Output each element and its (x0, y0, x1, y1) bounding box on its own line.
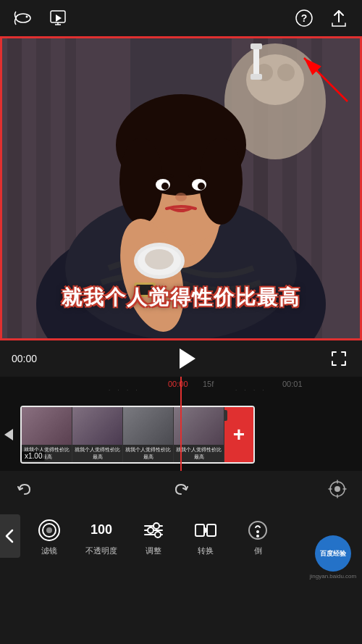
baidu-url-label: jingyan.baidu.com (310, 573, 356, 580)
clip-thumb-3-text: 就我个人觉得性价比最高 (123, 445, 173, 462)
timeline-cursor (180, 377, 182, 398)
svg-point-35 (175, 193, 187, 201)
clip-speed-badge: x1.00 (22, 451, 45, 461)
tool-more[interactable]: 倒 (232, 511, 284, 561)
adjust-label: 调整 (146, 545, 161, 556)
export-button[interactable] (327, 7, 350, 30)
preview-button[interactable] (46, 7, 70, 30)
tool-filter[interactable]: 滤镜 (23, 511, 75, 561)
svg-point-39 (145, 249, 174, 269)
svg-text:?: ? (301, 12, 308, 24)
clip-thumb-2-text: 就我个人觉得性价比最高 (72, 445, 122, 462)
fullscreen-button[interactable] (327, 347, 350, 370)
svg-rect-59 (195, 524, 204, 536)
more-icon (244, 517, 272, 544)
video-frame: 就我个人觉得性价比最高 (0, 36, 362, 340)
svg-point-0 (16, 14, 30, 22)
svg-point-1 (26, 16, 28, 18)
svg-point-63 (256, 535, 259, 538)
more-label: 倒 (254, 545, 262, 556)
clip-cursor-line (180, 398, 182, 471)
adjust-icon (140, 517, 167, 544)
video-subtitle: 就我个人觉得性价比最高 (0, 284, 362, 311)
svg-rect-22 (251, 43, 262, 49)
svg-point-62 (256, 530, 259, 533)
timeline-inner: 00:00 · · · · 15f · · · · 00:01 (0, 377, 362, 398)
clip-thumb-3-sim: 就我个人觉得性价比最高 (123, 407, 173, 462)
svg-point-30 (199, 138, 243, 225)
play-triangle-icon[interactable] (180, 348, 195, 369)
timeline-mid-marker: 15f (203, 380, 214, 388)
timeline-current-time: 00:00 (168, 380, 188, 388)
redo-button[interactable] (168, 476, 194, 502)
magic-button[interactable] (324, 476, 350, 502)
transition-icon (192, 517, 219, 544)
clip-thumb-2-sim: 就我个人觉得性价比最高 (72, 407, 122, 462)
video-area: 就我个人觉得性价比最高 (0, 36, 362, 340)
timeline-end-marker: 00:01 (282, 380, 303, 388)
baidu-circle: 百度经验 (315, 535, 351, 572)
arrow-left-icon (4, 429, 13, 440)
play-button[interactable] (48, 348, 327, 369)
undo-button[interactable] (12, 476, 38, 502)
top-bar-right: ? (292, 7, 350, 30)
baidu-text: 百度经验 (320, 550, 346, 558)
svg-marker-3 (56, 14, 62, 22)
clip-strip[interactable]: 00:55 就我个人觉得性价比最高 就我个人觉得性价比最高 就我个 (20, 406, 255, 464)
bottom-action-bar (0, 471, 362, 507)
svg-rect-60 (207, 524, 216, 536)
help-button[interactable]: ? (292, 7, 316, 30)
clip-thumb-2[interactable]: 就我个人觉得性价比最高 (72, 407, 123, 462)
svg-point-56 (153, 523, 159, 529)
top-bar: ? (0, 0, 362, 36)
svg-point-57 (148, 527, 153, 533)
time-display: 00:00 (12, 353, 48, 364)
svg-point-34 (198, 183, 205, 190)
tool-opacity[interactable]: 100 不透明度 (75, 511, 127, 561)
svg-point-58 (155, 532, 161, 538)
opacity-label: 不透明度 (85, 545, 117, 556)
svg-point-52 (46, 527, 52, 533)
collapse-sidebar-button[interactable] (0, 514, 20, 558)
filter-icon (35, 517, 63, 544)
svg-rect-23 (251, 74, 262, 80)
add-clip-button[interactable]: + (224, 407, 253, 462)
top-bar-left (12, 7, 70, 30)
clip-thumb-3[interactable]: 就我个人觉得性价比最高 (123, 407, 174, 462)
back-button[interactable] (12, 7, 35, 30)
svg-point-29 (119, 138, 163, 225)
filter-label: 滤镜 (41, 545, 57, 556)
clip-scroll-left[interactable] (1, 404, 16, 465)
svg-point-33 (161, 183, 169, 190)
controls-bar: 00:00 (0, 340, 362, 377)
baidu-watermark: 百度经验 jingyan.baidu.com (304, 530, 362, 585)
timeline-dots-left: · · · · (109, 387, 140, 393)
tool-adjust[interactable]: 调整 (127, 511, 180, 561)
svg-point-45 (334, 486, 340, 492)
add-clip-icon: + (233, 423, 245, 446)
clip-track-area: 00:55 就我个人觉得性价比最高 就我个人觉得性价比最高 就我个 (0, 398, 362, 471)
tool-transition[interactable]: 转换 (180, 511, 232, 561)
transition-label: 转换 (198, 545, 214, 556)
svg-point-20 (277, 64, 295, 81)
timeline-container: 00:00 · · · · 15f · · · · 00:01 (0, 377, 362, 398)
opacity-icon: 100 (88, 517, 115, 544)
timeline-dots-right: · · · · (235, 387, 267, 393)
